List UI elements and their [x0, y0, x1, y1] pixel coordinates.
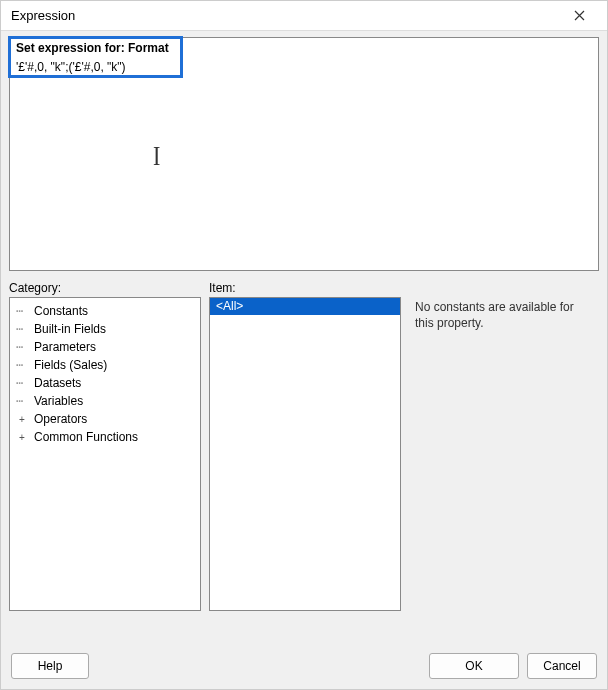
- expression-editor: Set expression for: Format I: [9, 37, 599, 271]
- tree-item-operators[interactable]: + Operators: [12, 410, 198, 428]
- help-button[interactable]: Help: [11, 653, 89, 679]
- tree-item-fields-sales[interactable]: ⋯ Fields (Sales): [12, 356, 198, 374]
- expand-icon[interactable]: +: [16, 432, 28, 443]
- lower-panels: Category: ⋯ Constants ⋯ Built-in Fields …: [9, 281, 599, 611]
- window-title: Expression: [11, 8, 559, 23]
- expand-icon[interactable]: +: [16, 414, 28, 425]
- item-column: Item: <All>: [209, 281, 401, 611]
- editor-header-label: Set expression for: Format: [10, 38, 598, 57]
- category-tree[interactable]: ⋯ Constants ⋯ Built-in Fields ⋯ Paramete…: [9, 297, 201, 611]
- tree-branch-icon: ⋯: [16, 394, 34, 408]
- tree-branch-icon: ⋯: [16, 322, 34, 336]
- tree-item-constants[interactable]: ⋯ Constants: [12, 302, 198, 320]
- item-row-label: <All>: [216, 299, 243, 313]
- tree-branch-icon: ⋯: [16, 376, 34, 390]
- work-area: Set expression for: Format I Category: ⋯…: [1, 31, 607, 643]
- tree-item-variables[interactable]: ⋯ Variables: [12, 392, 198, 410]
- description-column: No constants are available for this prop…: [409, 281, 599, 611]
- expression-textarea[interactable]: [10, 57, 598, 270]
- close-button[interactable]: [559, 2, 599, 30]
- item-row-all[interactable]: <All>: [210, 298, 400, 315]
- close-icon: [574, 10, 585, 21]
- item-listbox[interactable]: <All>: [209, 297, 401, 611]
- category-label: Category:: [9, 281, 201, 295]
- tree-item-builtin-fields[interactable]: ⋯ Built-in Fields: [12, 320, 198, 338]
- titlebar: Expression: [1, 1, 607, 31]
- tree-branch-icon: ⋯: [16, 304, 34, 318]
- item-label: Item:: [209, 281, 401, 295]
- tree-item-datasets[interactable]: ⋯ Datasets: [12, 374, 198, 392]
- ok-button[interactable]: OK: [429, 653, 519, 679]
- dialog-footer: Help OK Cancel: [1, 643, 607, 689]
- description-text: No constants are available for this prop…: [415, 299, 593, 331]
- tree-branch-icon: ⋯: [16, 340, 34, 354]
- tree-item-parameters[interactable]: ⋯ Parameters: [12, 338, 198, 356]
- cancel-button[interactable]: Cancel: [527, 653, 597, 679]
- tree-item-common-functions[interactable]: + Common Functions: [12, 428, 198, 446]
- tree-branch-icon: ⋯: [16, 358, 34, 372]
- expression-dialog: Expression Set expression for: Format I …: [0, 0, 608, 690]
- category-column: Category: ⋯ Constants ⋯ Built-in Fields …: [9, 281, 201, 611]
